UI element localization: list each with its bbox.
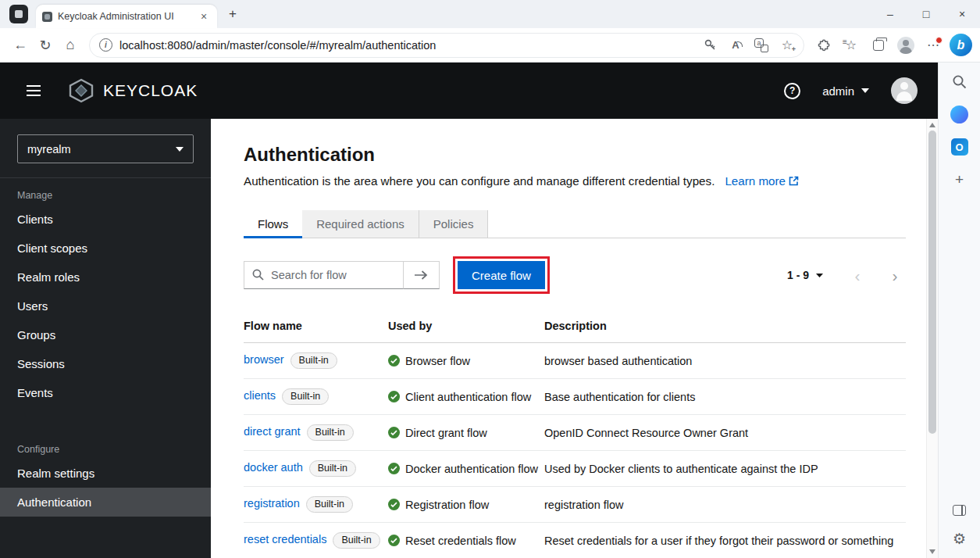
search-input[interactable]: [244, 261, 404, 289]
rail-search-icon[interactable]: [950, 72, 969, 91]
sidebar-item-authentication[interactable]: Authentication: [0, 488, 211, 517]
scrollbar-thumb[interactable]: [928, 131, 936, 434]
read-aloud-icon[interactable]: A: [729, 38, 743, 52]
browser-profile-button[interactable]: [897, 37, 914, 54]
sidebar-item-users[interactable]: Users: [0, 292, 211, 320]
site-info-icon[interactable]: i: [99, 38, 112, 52]
sidebar-item-events[interactable]: Events: [0, 378, 211, 407]
flow-link-browser[interactable]: browser: [244, 353, 284, 366]
built-in-badge: Built-in: [290, 352, 337, 369]
password-key-icon[interactable]: [703, 38, 717, 52]
table-header-row: Flow name Used by Description: [244, 315, 906, 343]
tab-flows[interactable]: Flows: [244, 210, 302, 238]
pagination-prev-button[interactable]: ‹: [846, 267, 868, 284]
scroll-down-arrow[interactable]: [929, 549, 935, 554]
sidebar-item-realm-roles[interactable]: Realm roles: [0, 263, 211, 292]
search-submit-button[interactable]: [404, 261, 440, 289]
user-dropdown[interactable]: admin: [822, 84, 869, 98]
built-in-badge: Built-in: [306, 496, 353, 513]
help-icon[interactable]: ?: [784, 83, 800, 99]
username-text: admin: [822, 84, 854, 98]
keycloak-app: KEYCLOAK ? admin myrealm: [0, 63, 938, 558]
window-controls: – □ ×: [872, 0, 980, 28]
home-button[interactable]: ⌂: [58, 33, 83, 58]
minimize-button[interactable]: –: [872, 0, 908, 28]
flow-link-direct-grant[interactable]: direct grant: [244, 425, 301, 438]
scroll-up-arrow[interactable]: [929, 123, 935, 127]
realm-selector[interactable]: myrealm: [17, 134, 194, 163]
table-row: reset credentialsBuilt-in Reset credenti…: [244, 523, 906, 558]
edge-sidebar-rail: O + ⚙: [938, 63, 980, 558]
flow-link-clients[interactable]: clients: [244, 389, 276, 402]
favorites-lines: ≡: [843, 38, 847, 46]
search-wrap: [244, 261, 404, 289]
annotation-highlight-box: Create flow: [453, 256, 550, 294]
pagination-next-button[interactable]: ›: [884, 267, 906, 284]
tab-policies[interactable]: Policies: [419, 210, 489, 238]
built-in-badge: Built-in: [333, 532, 380, 549]
tab-bar: Flows Required actions Policies: [244, 210, 906, 238]
create-flow-button[interactable]: Create flow: [458, 261, 545, 289]
flow-link-registration[interactable]: registration: [244, 497, 300, 510]
tab-title: Keycloak Administration UI: [58, 11, 197, 22]
toolbar-icons: ☆ ≡ ⋯: [815, 37, 942, 54]
flow-link-docker-auth[interactable]: docker auth: [244, 461, 303, 474]
nav-toggle-button[interactable]: [20, 77, 47, 104]
extensions-icon[interactable]: [815, 37, 832, 54]
rail-settings-gear-icon[interactable]: ⚙: [950, 529, 969, 548]
user-avatar[interactable]: [891, 77, 918, 104]
table-row: clientsBuilt-in Client authentication fl…: [244, 379, 906, 415]
used-by-text: Browser flow: [405, 355, 470, 367]
favorites-icon[interactable]: ☆ ≡: [843, 37, 860, 54]
learn-more-link[interactable]: Learn more: [725, 174, 799, 188]
page-title: Authentication: [244, 144, 906, 166]
chevron-down-icon: [176, 147, 184, 152]
add-favorite-icon[interactable]: ☆ +: [780, 38, 794, 52]
keycloak-masthead: KEYCLOAK ? admin: [0, 63, 938, 119]
refresh-button[interactable]: ↻: [33, 33, 58, 58]
sidebar-item-client-scopes[interactable]: Client scopes: [0, 234, 211, 263]
profile-avatar-icon: [897, 37, 914, 54]
built-in-badge: Built-in: [309, 460, 356, 477]
back-button[interactable]: ←: [8, 33, 33, 58]
pagination-caret-icon[interactable]: [816, 274, 823, 277]
collections-icon-wrap[interactable]: [870, 37, 887, 54]
arrow-right-icon: [415, 270, 428, 280]
rail-panel-icon[interactable]: [953, 505, 966, 516]
hamburger-icon: [27, 90, 41, 91]
rail-bottom-group: ⚙: [950, 505, 969, 548]
keycloak-sidebar: myrealm Manage Clients Client scopes Rea…: [0, 119, 211, 558]
tab-required-actions[interactable]: Required actions: [302, 210, 419, 238]
keycloak-logo[interactable]: KEYCLOAK: [67, 78, 198, 103]
rail-add-icon[interactable]: +: [950, 170, 969, 189]
maximize-button[interactable]: □: [908, 0, 944, 28]
workspaces-icon-inner: [15, 10, 23, 18]
bing-copilot-icon[interactable]: b: [950, 34, 972, 56]
table-row: docker authBuilt-in Docker authenticatio…: [244, 451, 906, 487]
browser-tab[interactable]: Keycloak Administration UI ×: [36, 5, 217, 28]
keycloak-logo-icon: [67, 78, 95, 103]
sidebar-item-realm-settings[interactable]: Realm settings: [0, 459, 211, 488]
sidebar-item-clients[interactable]: Clients: [0, 205, 211, 234]
page-scrollbar[interactable]: [926, 119, 938, 558]
translate-icon[interactable]: a: [754, 38, 768, 52]
sidebar-item-groups[interactable]: Groups: [0, 320, 211, 349]
flow-link-reset-credentials[interactable]: reset credentials: [244, 533, 326, 545]
table-row: direct grantBuilt-in Direct grant flow O…: [244, 415, 906, 451]
flow-description: Used by Docker clients to authenticate a…: [544, 463, 906, 475]
rail-discover-icon[interactable]: [950, 106, 968, 123]
used-by-text: Client authentication flow: [405, 391, 531, 403]
close-button[interactable]: ×: [944, 0, 980, 28]
brand-text: KEYCLOAK: [103, 81, 198, 100]
url-text: localhost:8080/admin/master/console/#/my…: [119, 39, 696, 52]
settings-more-button[interactable]: ⋯: [925, 37, 942, 54]
tab-close-icon[interactable]: ×: [197, 9, 211, 23]
pagination-range[interactable]: 1 - 9: [787, 269, 809, 281]
used-by-text: Direct grant flow: [405, 427, 487, 439]
table-row: registrationBuilt-in Registration flow r…: [244, 487, 906, 523]
sidebar-item-sessions[interactable]: Sessions: [0, 349, 211, 378]
workspaces-icon[interactable]: [9, 5, 28, 23]
rail-outlook-icon[interactable]: O: [951, 138, 968, 156]
new-tab-button[interactable]: +: [222, 3, 244, 25]
address-bar[interactable]: i localhost:8080/admin/master/console/#/…: [89, 33, 804, 58]
